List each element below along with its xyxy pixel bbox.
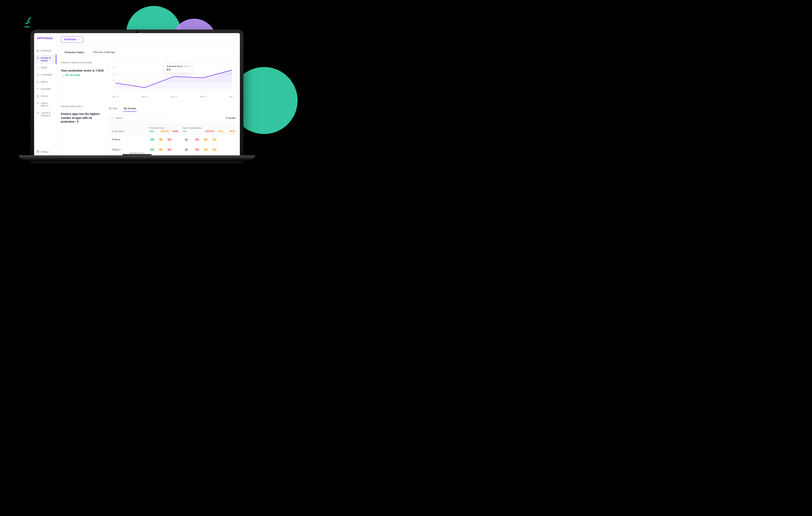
svg-point-33 xyxy=(111,117,113,118)
main-tabs: Protection Status Discover & Manage xyxy=(57,46,240,56)
shield-icon xyxy=(36,66,39,69)
laptop-base xyxy=(19,155,255,161)
svg-point-10 xyxy=(37,96,38,97)
pill-full: 03 xyxy=(149,138,155,141)
sidebar-item-license[interactable]: License & Utilization xyxy=(34,110,56,119)
cell-vuln: 10|030601 xyxy=(185,148,232,151)
domain-select[interactable]: All Domain xyxy=(61,36,83,42)
sub-tab-by-groups[interactable]: By Groups xyxy=(123,106,137,112)
search-input[interactable] xyxy=(115,117,161,119)
vuln-total[interactable]: 10 xyxy=(185,148,187,151)
domain-select-label: All Domain xyxy=(64,38,76,41)
search-row: 5 results xyxy=(108,115,235,121)
camera-notch xyxy=(136,31,138,33)
svg-text:Mar 22: Mar 22 xyxy=(113,95,119,98)
pill-none: 01 xyxy=(167,138,172,141)
table-header: Group Name Protection level FULL PARTAIL… xyxy=(108,124,235,135)
sidebar: APPTRANA Dashboard Groups & Assets WAAP xyxy=(34,33,57,155)
laptop-frame: APPTRANA Dashboard Groups & Assets WAAP xyxy=(31,30,243,164)
svg-text:Mar 25: Mar 25 xyxy=(200,95,206,98)
svg-rect-1 xyxy=(38,50,39,51)
table-row[interactable]: Finance03060110|030601 xyxy=(108,135,235,144)
app-root: APPTRANA Dashboard Groups & Assets WAAP xyxy=(34,33,240,155)
svg-point-19 xyxy=(37,151,38,152)
tab-protection-status[interactable]: Protection Status xyxy=(61,49,88,56)
sidebar-item-groups-assets[interactable]: Groups & Assets xyxy=(34,55,56,64)
section-protection-levels: PROTECTION LEVELS Finance apps has the h… xyxy=(57,104,240,155)
svg-rect-3 xyxy=(38,51,39,52)
sub-tab-by-apps[interactable]: By Apps xyxy=(108,106,118,112)
search-icon xyxy=(111,116,114,120)
sh-none: NONE xyxy=(173,130,180,133)
tooltip-date: | Mar 24 xyxy=(183,65,191,67)
results-count: 5 results xyxy=(226,117,235,119)
sidebar-item-label: Settings xyxy=(41,150,49,153)
chart-tooltip: Protection Score | Mar 24 6.5 xyxy=(164,63,193,73)
divider: | xyxy=(191,138,191,141)
content: Protection Status Discover & Manage OVER… xyxy=(57,46,240,155)
gear-icon xyxy=(36,150,39,153)
cloud-icon xyxy=(36,81,39,83)
screen: APPTRANA Dashboard Groups & Assets WAAP xyxy=(34,33,240,155)
svg-text:Mar 23: Mar 23 xyxy=(142,95,148,98)
trend-badge: 5% last week xyxy=(63,74,80,77)
protection-sub-tabs: By Apps By Groups xyxy=(108,106,235,112)
topbar: All Domain xyxy=(57,33,240,46)
svg-point-9 xyxy=(38,96,38,96)
tab-discover-manage[interactable]: Discover & Manage xyxy=(89,49,119,56)
sidebar-item-label: WAAP xyxy=(41,66,47,69)
svg-line-34 xyxy=(113,118,113,119)
th-open-vuln: Open Vulnerabilities xyxy=(182,127,235,129)
sh-medium: MEDIUM xyxy=(230,130,235,133)
divider: | xyxy=(191,148,191,151)
main-panel: All Domain Protection Status Discover & … xyxy=(57,33,240,155)
sidebar-item-dashboard[interactable]: Dashboard xyxy=(34,48,56,54)
svg-text:Mar 26: Mar 26 xyxy=(229,95,234,98)
table-row[interactable]: Group 203060110|030601 xyxy=(108,144,235,154)
th-protection-level: Protection level xyxy=(149,127,180,129)
headline-prefix: Your protection score is xyxy=(61,69,95,72)
sliders-icon xyxy=(36,95,39,97)
vuln-high: 06 xyxy=(203,138,208,141)
sidebar-item-label: Attacks xyxy=(41,81,48,83)
vuln-medium: 01 xyxy=(212,148,217,151)
sidebar-item-label: License & Utilization xyxy=(41,112,54,117)
protection-summary: PROTECTION LEVELS Finance apps has the h… xyxy=(61,106,104,155)
score-summary: OVERALL PROTECTION SCORE Your protection… xyxy=(61,62,104,102)
tooltip-date-text: Mar 24 xyxy=(184,65,191,67)
vuln-critical: 03 xyxy=(194,148,200,151)
sh-total: Total xyxy=(182,130,191,133)
bug-icon xyxy=(36,74,39,76)
sidebar-item-vulnerability[interactable]: Vulnerability xyxy=(34,71,56,78)
search-box[interactable] xyxy=(108,115,164,121)
tooltip-title: Protection Score xyxy=(167,65,182,67)
cell-vuln: 10|030601 xyxy=(185,138,232,141)
vuln-total[interactable]: 10 xyxy=(185,138,187,141)
sidebar-item-label: Logs & Reports xyxy=(41,102,54,108)
headline-value: 7.5/10 xyxy=(95,69,104,72)
svg-text:8: 8 xyxy=(113,66,115,68)
svg-point-4 xyxy=(37,74,38,75)
pill-none: 01 xyxy=(167,148,172,151)
license-icon xyxy=(36,112,39,114)
sidebar-item-bandwidth[interactable]: Bandwidth xyxy=(34,86,56,92)
vuln-high: 06 xyxy=(203,148,208,151)
vuln-medium: 01 xyxy=(212,138,217,141)
svg-rect-0 xyxy=(37,50,38,51)
section-overall-score: OVERALL PROTECTION SCORE Your protection… xyxy=(57,56,240,104)
svg-text:6: 6 xyxy=(113,73,115,75)
sidebar-item-waap[interactable]: WAAP xyxy=(34,64,56,71)
sidebar-item-settings[interactable]: Settings xyxy=(34,148,56,155)
sidebar-item-actions[interactable]: Actions xyxy=(34,93,56,99)
chevron-down-icon xyxy=(78,38,80,41)
dashboard-icon xyxy=(36,50,39,52)
protection-sub-heads: FULL PARTAIL NONE xyxy=(149,130,180,133)
sidebar-item-label: Groups & Assets xyxy=(41,57,53,62)
cell-group-name: Finance xyxy=(112,138,147,141)
cell-protection: 030601 xyxy=(149,138,183,141)
svg-text:4: 4 xyxy=(113,79,115,81)
sidebar-item-label: Vulnerability xyxy=(41,74,53,76)
sidebar-item-attacks[interactable]: Attacks xyxy=(34,79,56,85)
kicker: PROTECTION LEVELS xyxy=(61,106,104,108)
sidebar-item-logs-reports[interactable]: Logs & Reports xyxy=(34,100,56,109)
